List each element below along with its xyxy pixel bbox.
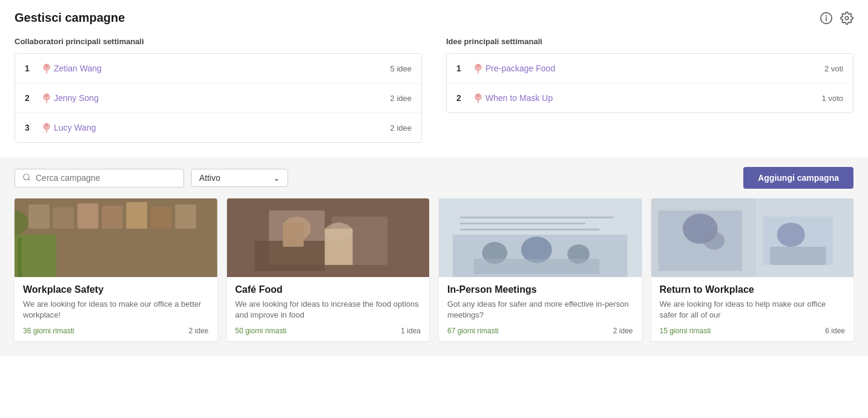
- top-ideas-block: Idee principali settimanali 1 Pre-packag…: [446, 37, 853, 143]
- idea-rank-2: 2: [456, 93, 471, 103]
- rank-3: 3: [25, 123, 39, 132]
- card-days-2: 50 giorni rimasti: [235, 327, 287, 335]
- svg-point-5: [45, 65, 47, 67]
- card-ideas-1: 2 idee: [189, 327, 209, 335]
- info-icon[interactable]: [820, 11, 833, 25]
- svg-rect-52: [460, 223, 586, 224]
- filter-dropdown[interactable]: Attivo ⌄: [191, 169, 288, 187]
- card-title-4: Return to Workplace: [660, 284, 846, 295]
- svg-point-12: [48, 96, 49, 97]
- contributors-title: Collaboratori principali settimanali: [15, 37, 422, 46]
- svg-point-7: [48, 67, 49, 68]
- svg-point-16: [44, 126, 46, 128]
- card-title-3: In-Person Meetings: [447, 284, 633, 295]
- card-desc-4: We are looking for ideas to help make ou…: [660, 299, 846, 321]
- svg-rect-57: [474, 259, 600, 274]
- svg-rect-53: [460, 229, 600, 230]
- card-desc-3: Got any ideas for safer and more effecti…: [447, 299, 633, 321]
- card-body-3: In-Person Meetings Got any ideas for saf…: [439, 277, 642, 341]
- svg-point-8: [45, 68, 47, 70]
- campaigns-grid: Workplace Safety We are looking for idea…: [0, 198, 868, 356]
- svg-point-63: [703, 232, 725, 250]
- card-ideas-2: 1 idea: [401, 327, 421, 335]
- card-footer-3: 67 giorni rimasti 2 idee: [447, 327, 633, 335]
- campaign-card-1[interactable]: Workplace Safety We are looking for idea…: [15, 198, 217, 341]
- svg-point-65: [777, 223, 804, 247]
- card-days-4: 15 giorni rimasti: [660, 327, 711, 335]
- svg-rect-66: [770, 247, 826, 265]
- idea-rank-1: 1: [456, 64, 471, 73]
- contributors-block: Collaboratori principali settimanali 1 Z…: [15, 37, 422, 143]
- card-ideas-4: 6 idee: [825, 327, 845, 335]
- idea-name-1[interactable]: Pre-package Food: [485, 64, 824, 73]
- card-image-2: [227, 198, 430, 277]
- contributor-row-3: 3 Lucy Wang 2 idee: [15, 113, 421, 142]
- svg-rect-33: [102, 206, 123, 229]
- contributor-name-2: Jenny Song: [54, 93, 390, 103]
- svg-point-19: [475, 64, 481, 70]
- svg-point-24: [477, 95, 479, 97]
- contributors-list: 1 Zetian Wang 5 idee 2: [15, 53, 422, 143]
- contributor-count-3: 2 idee: [390, 123, 412, 132]
- svg-point-47: [324, 223, 352, 241]
- svg-point-6: [44, 67, 46, 69]
- card-days-1: 36 giorni rimasti: [23, 327, 74, 335]
- campaign-card-2[interactable]: Café Food We are looking for ideas to in…: [227, 198, 430, 341]
- svg-rect-30: [28, 204, 50, 229]
- search-input[interactable]: [36, 173, 176, 183]
- svg-point-18: [45, 128, 47, 129]
- svg-rect-34: [127, 202, 148, 229]
- top-ideas-title: Idee principali settimanali: [446, 37, 853, 46]
- svg-point-15: [45, 125, 47, 126]
- svg-rect-36: [175, 204, 196, 229]
- search-icon: [22, 173, 31, 183]
- svg-rect-32: [77, 203, 99, 229]
- svg-rect-45: [283, 223, 304, 247]
- idea-pin-icon-2: [471, 91, 485, 105]
- card-title-2: Café Food: [235, 284, 421, 295]
- search-wrapper[interactable]: [15, 169, 184, 188]
- svg-rect-31: [53, 207, 74, 229]
- page-wrapper: Gestisci campagne Collaboratori principa…: [0, 0, 868, 418]
- pin-icon-3: [39, 120, 54, 135]
- card-desc-1: We are looking for ideas to make our off…: [23, 299, 209, 321]
- idea-pin-icon-1: [471, 61, 485, 76]
- filter-label: Attivo: [199, 173, 220, 183]
- toolbar: Attivo ⌄ Aggiungi campagna: [0, 157, 868, 198]
- top-ideas-list: 1 Pre-package Food 2 voti 2: [446, 53, 853, 113]
- svg-point-13: [45, 98, 47, 99]
- contributor-row-2: 2 Jenny Song 2 idee: [15, 83, 421, 113]
- card-ideas-3: 2 idee: [613, 327, 633, 335]
- svg-point-21: [476, 67, 478, 69]
- pin-icon-2: [39, 91, 54, 105]
- idea-row-2: 2 When to Mask Up 1 voto: [447, 83, 853, 113]
- contributor-count-1: 5 idee: [390, 64, 412, 73]
- card-desc-2: We are looking for ideas to increase the…: [235, 299, 421, 321]
- card-body-2: Café Food We are looking for ideas to in…: [227, 277, 430, 341]
- card-image-4: [651, 198, 854, 277]
- header-icons: [820, 11, 853, 25]
- pin-icon-1: [39, 61, 54, 76]
- contributor-name-3: Lucy Wang: [54, 123, 390, 132]
- header: Gestisci campagne: [0, 0, 868, 31]
- rank-1: 1: [25, 64, 39, 73]
- add-campaign-button[interactable]: Aggiungi campagna: [743, 167, 853, 189]
- card-footer-2: 50 giorni rimasti 1 idea: [235, 327, 421, 335]
- idea-row-1: 1 Pre-package Food 2 voti: [447, 54, 853, 83]
- svg-point-11: [44, 97, 46, 99]
- svg-point-10: [45, 95, 47, 97]
- card-image-3: [439, 198, 642, 277]
- card-title-1: Workplace Safety: [23, 284, 209, 295]
- svg-point-20: [477, 65, 479, 67]
- svg-point-17: [48, 126, 49, 127]
- card-body-4: Return to Workplace We are looking for i…: [651, 277, 854, 341]
- card-body-1: Workplace Safety We are looking for idea…: [15, 277, 217, 341]
- campaign-card-3[interactable]: In-Person Meetings Got any ideas for saf…: [439, 198, 642, 341]
- settings-icon[interactable]: [840, 11, 853, 25]
- svg-rect-35: [151, 207, 172, 229]
- idea-count-2: 1 voto: [822, 94, 843, 103]
- idea-count-1: 2 voti: [824, 64, 843, 73]
- campaign-card-4[interactable]: Return to Workplace We are looking for i…: [651, 198, 854, 341]
- svg-rect-51: [460, 217, 614, 218]
- idea-name-2[interactable]: When to Mask Up: [485, 93, 822, 103]
